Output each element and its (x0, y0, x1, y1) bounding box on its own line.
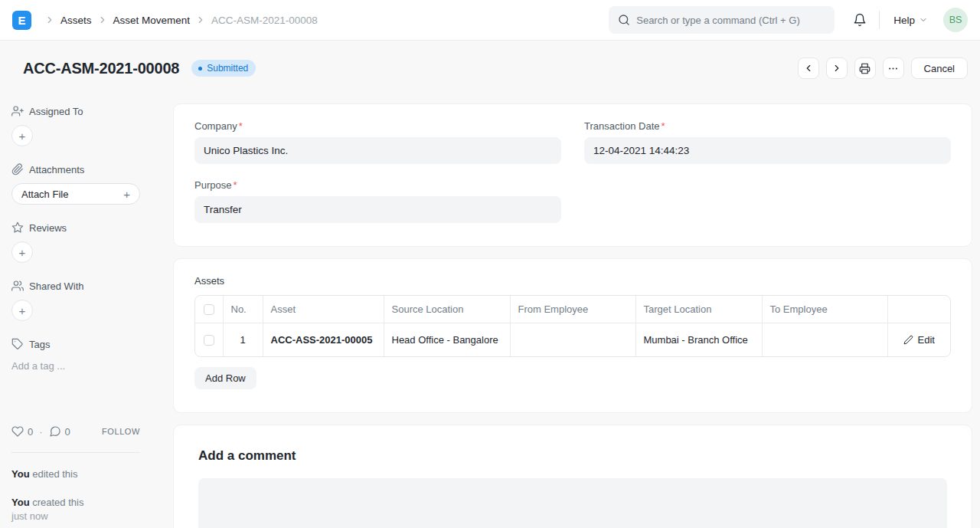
status-label: Submitted (207, 63, 248, 74)
previous-document-button[interactable] (798, 57, 819, 79)
cell-source-location[interactable]: Head Office - Bangalore (384, 323, 510, 356)
page-actions: Cancel (798, 57, 968, 79)
edit-row-button[interactable]: Edit (903, 334, 935, 346)
paperclip-icon (11, 163, 24, 175)
required-asterisk: * (239, 120, 243, 132)
add-review-button[interactable]: + (11, 241, 33, 263)
app-logo[interactable]: E (12, 11, 31, 30)
app-logo-letter: E (18, 14, 25, 27)
tags-section: Tags Add a tag ... (11, 338, 173, 372)
global-search[interactable] (609, 6, 835, 34)
chevron-left-icon (803, 63, 814, 74)
row-checkbox[interactable] (204, 335, 214, 346)
status-dot-icon (198, 67, 202, 71)
transaction-date-label: Transaction Date* (584, 120, 951, 132)
purpose-field: Purpose* (194, 179, 561, 223)
comments-count: 0 (65, 426, 70, 438)
table-row[interactable]: 1 ACC-ASS-2021-00005 Head Office - Banga… (195, 323, 950, 356)
users-icon (11, 280, 24, 292)
sidebar-divider (11, 452, 140, 453)
comment-icon[interactable] (49, 425, 61, 438)
avatar-initials: BS (949, 15, 962, 25)
assets-table: No. Asset Source Location From Employee … (194, 295, 951, 357)
printer-icon (859, 63, 871, 74)
activity-text: edited this (32, 468, 77, 480)
reviews-header: Reviews (11, 221, 173, 234)
assigned-to-section: Assigned To + (11, 105, 173, 146)
assigned-to-header: Assigned To (11, 105, 173, 117)
engagement-bar: 0 · 0 FOLLOW (11, 425, 140, 438)
star-icon (11, 221, 24, 234)
add-assignment-button[interactable]: + (11, 125, 33, 146)
cell-to-employee[interactable] (762, 323, 887, 356)
pencil-icon (903, 335, 913, 345)
tag-icon (11, 338, 24, 350)
cell-no: 1 (223, 323, 263, 356)
cell-from-employee[interactable] (510, 323, 635, 356)
breadcrumb: Assets Asset Movement ACC-ASM-2021-00008 (39, 15, 318, 26)
company-label: Company* (194, 120, 561, 132)
assets-card: Assets No. Asset Source Location (173, 258, 972, 413)
activity-created: You created this just now (11, 496, 140, 523)
purpose-label: Purpose* (194, 179, 561, 191)
search-input[interactable] (636, 15, 825, 26)
help-label: Help (893, 15, 915, 26)
column-header-to-employee: To Employee (762, 296, 887, 323)
select-all-checkbox[interactable] (204, 304, 214, 315)
chevron-right-icon (831, 63, 842, 74)
company-field: Company* (194, 120, 561, 164)
search-icon (618, 14, 630, 26)
attachments-label: Attachments (29, 164, 84, 175)
sidebar-toggle-button[interactable] (12, 67, 15, 70)
column-header-asset: Asset (263, 296, 384, 323)
breadcrumb-separator-icon (97, 15, 108, 25)
comment-input[interactable] (198, 478, 947, 528)
form-sidebar: Assigned To + Attachments Attach File + (0, 88, 173, 523)
user-plus-icon (11, 105, 24, 117)
purpose-input[interactable] (194, 196, 561, 223)
print-button[interactable] (854, 57, 876, 79)
company-input[interactable] (194, 137, 561, 164)
follow-button[interactable]: FOLLOW (102, 427, 140, 436)
heart-icon[interactable] (11, 425, 24, 438)
navbar-actions: Help BS (848, 8, 968, 32)
table-header-row: No. Asset Source Location From Employee … (195, 296, 950, 323)
bell-icon (853, 13, 867, 27)
column-header-actions (887, 296, 950, 323)
add-row-button[interactable]: Add Row (194, 367, 256, 389)
add-tag-input[interactable]: Add a tag ... (11, 360, 173, 372)
attach-file-label: Attach File (21, 189, 68, 200)
status-badge: Submitted (191, 60, 256, 77)
column-header-from-employee: From Employee (510, 296, 635, 323)
assigned-to-label: Assigned To (29, 106, 83, 117)
activity-text: created this (32, 497, 83, 508)
shared-with-section: Shared With + (11, 280, 173, 321)
cancel-button[interactable]: Cancel (911, 57, 968, 79)
chevron-down-icon (919, 15, 928, 25)
cell-target-location[interactable]: Mumbai - Branch Office (635, 323, 762, 356)
ellipsis-icon (887, 63, 899, 74)
cell-asset[interactable]: ACC-ASS-2021-00005 (263, 323, 384, 356)
more-options-button[interactable] (883, 57, 904, 79)
transaction-date-input[interactable] (584, 137, 951, 164)
attachments-section: Attachments Attach File + (11, 163, 173, 205)
tags-header: Tags (11, 338, 173, 350)
reviews-label: Reviews (29, 222, 67, 234)
breadcrumb-item-asset-movement[interactable]: Asset Movement (113, 15, 191, 26)
activity-actor: You (11, 497, 30, 508)
navbar-divider (879, 11, 880, 29)
content: Assigned To + Attachments Attach File + (0, 88, 980, 528)
attach-file-button[interactable]: Attach File + (11, 183, 140, 205)
comment-card: Add a comment (173, 425, 972, 528)
help-menu-button[interactable]: Help (887, 10, 934, 31)
notifications-button[interactable] (848, 8, 871, 31)
attachments-header: Attachments (11, 163, 173, 175)
likes-count: 0 (28, 426, 33, 438)
next-document-button[interactable] (826, 57, 848, 79)
user-avatar[interactable]: BS (943, 8, 968, 32)
details-card: Company* Transaction Date* Purpose* (173, 103, 972, 247)
column-header-no: No. (223, 296, 263, 323)
add-share-button[interactable]: + (11, 300, 33, 321)
assets-section-title: Assets (194, 275, 951, 287)
breadcrumb-item-assets[interactable]: Assets (60, 15, 92, 26)
